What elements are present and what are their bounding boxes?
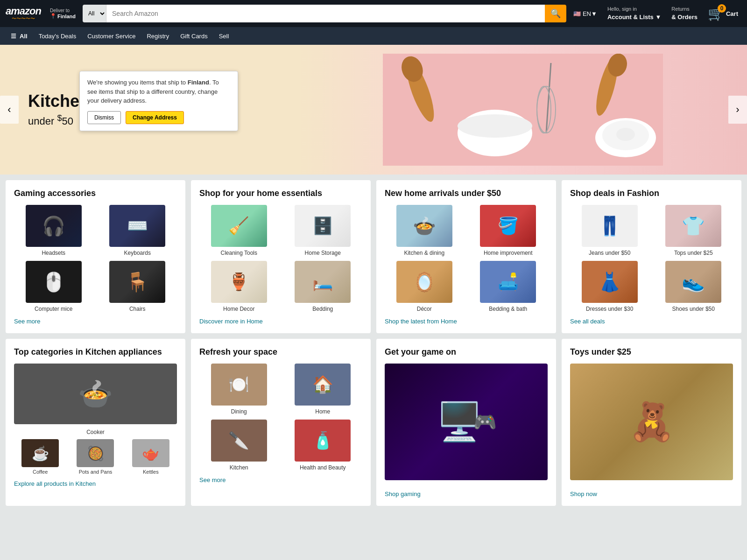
refresh-space-title: Refresh your space [199, 347, 362, 357]
gaming-item-mice[interactable]: 🖱️ Computer mice [14, 261, 93, 312]
fashion-item-tops[interactable]: 👕 Tops under $25 [654, 205, 733, 256]
nav-todays-deals[interactable]: Today's Deals [34, 29, 82, 43]
gaming-card-title: Gaming accessories [14, 189, 177, 198]
toys-image[interactable]: 🧸 [570, 364, 733, 480]
navigation-bar: ☰ All Today's Deals Customer Service Reg… [0, 27, 747, 45]
kitchen-item-coffee[interactable]: ☕ Coffee [14, 439, 66, 475]
toys-title: Toys under $25 [570, 347, 733, 357]
search-category-select[interactable]: All [83, 5, 106, 22]
hero-kitchen-svg [383, 54, 663, 166]
new-home-arrivals-card: New home arrivals under $50 🍲 Kitchen & … [376, 180, 556, 333]
cart-button[interactable]: 🛒 0 Cart [705, 4, 741, 24]
svg-point-12 [616, 128, 635, 141]
nav-sell[interactable]: Sell [214, 29, 234, 43]
gaming-pc-image[interactable]: 🖥️ 🎮 [385, 364, 548, 480]
nav-registry[interactable]: Registry [141, 29, 174, 43]
cart-count-badge: 0 [718, 4, 726, 13]
refresh-item-kitchen[interactable]: 🔪 Kitchen [199, 420, 279, 471]
nav-gift-cards[interactable]: Gift Cards [175, 29, 213, 43]
change-address-button[interactable]: Change Address [126, 111, 184, 124]
svg-point-4 [458, 114, 532, 138]
returns-orders-button[interactable]: Returns & Orders [668, 3, 701, 24]
gaming-see-more-link[interactable]: See more [14, 318, 40, 325]
fashion-item-jeans[interactable]: 👖 Jeans under $50 [570, 205, 649, 256]
new-home-link[interactable]: Shop the latest from Home [385, 318, 457, 325]
home-item-storage[interactable]: 🗄️ Home Storage [283, 205, 363, 256]
refresh-item-home[interactable]: 🏠 Home [283, 364, 363, 415]
kitchen-item-pots[interactable]: 🥘 Pots and Pans [69, 439, 121, 475]
shop-now-toys-link[interactable]: Shop now [570, 490, 597, 497]
amazon-logo[interactable]: amazon 〜〜〜〜〜 [6, 5, 41, 22]
product-grid-row1: Gaming accessories 🎧 Headsets ⌨️ Keyboar… [0, 175, 747, 339]
kitchen-appliances-title: Top categories in Kitchen appliances [14, 347, 177, 357]
new-home-title: New home arrivals under $50 [385, 189, 548, 198]
main-content: We're showing you items that ship to Fin… [0, 45, 747, 511]
toys-card: Toys under $25 🧸 Shop now [562, 339, 741, 506]
gaming-item-keyboards[interactable]: ⌨️ Keyboards [98, 205, 177, 256]
hero-image [299, 45, 747, 175]
home-item-decor[interactable]: 🏺 Home Decor [199, 261, 279, 312]
search-bar: All 🔍 [83, 5, 566, 22]
refresh-item-dining[interactable]: 🍽️ Dining [199, 364, 279, 415]
cooker-image[interactable]: 🍲 [14, 364, 177, 424]
dismiss-button[interactable]: Dismiss [87, 111, 121, 124]
get-game-on-card: Get your game on 🖥️ 🎮 Shop gaming [376, 339, 556, 506]
fashion-item-shoes[interactable]: 👟 Shoes under $50 [654, 261, 733, 312]
fashion-title: Shop deals in Fashion [570, 189, 733, 198]
new-home-item-decor[interactable]: 🪞 Décor [385, 261, 464, 312]
fashion-link[interactable]: See all deals [570, 318, 605, 325]
nav-customer-service[interactable]: Customer Service [82, 29, 141, 43]
home-item-bedding[interactable]: 🛏️ Bedding [283, 261, 363, 312]
kitchen-item-kettles[interactable]: 🫖 Kettles [125, 439, 177, 475]
language-selector[interactable]: 🇺🇸 EN▼ [570, 8, 600, 20]
shop-gaming-link[interactable]: Shop gaming [385, 490, 421, 497]
refresh-see-more-link[interactable]: See more [199, 476, 226, 483]
home-item-cleaning[interactable]: 🧹 Cleaning Tools [199, 205, 279, 256]
search-button[interactable]: 🔍 [545, 5, 566, 22]
hero-next-button[interactable]: › [728, 96, 747, 124]
new-home-item-improvement[interactable]: 🪣 Home improvement [469, 205, 548, 256]
fashion-deals-card: Shop deals in Fashion 👖 Jeans under $50 … [562, 180, 741, 333]
refresh-item-health[interactable]: 🧴 Health and Beauty [283, 420, 363, 471]
home-essentials-title: Shop for your home essentials [199, 189, 362, 198]
home-essentials-card: Shop for your home essentials 🧹 Cleaning… [191, 180, 371, 333]
location-tooltip: We're showing you items that ship to Fin… [79, 71, 238, 131]
search-input[interactable] [106, 5, 545, 22]
kitchen-appliances-card: Top categories in Kitchen appliances 🍲 C… [6, 339, 185, 506]
fashion-item-dresses[interactable]: 👗 Dresses under $30 [570, 261, 649, 312]
account-menu[interactable]: Hello, sign in Account & Lists ▼ [604, 3, 664, 24]
nav-all-button[interactable]: ☰ All [6, 29, 33, 43]
location-icon: 📍 [50, 13, 56, 19]
gaming-item-headsets[interactable]: 🎧 Headsets [14, 205, 93, 256]
new-home-item-kitchen[interactable]: 🍲 Kitchen & dining [385, 205, 464, 256]
gaming-accessories-card: Gaming accessories 🎧 Headsets ⌨️ Keyboar… [6, 180, 185, 333]
new-home-item-bedding-bath[interactable]: 🛋️ Bedding & bath [469, 261, 548, 312]
home-essentials-link[interactable]: Discover more in Home [199, 318, 263, 325]
gaming-card-title2: Get your game on [385, 347, 548, 357]
kitchen-explore-link[interactable]: Explore all products in Kitchen [14, 480, 96, 487]
gaming-item-chairs[interactable]: 🪑 Chairs [98, 261, 177, 312]
product-grid-row2: Top categories in Kitchen appliances 🍲 C… [0, 339, 747, 511]
deliver-to-button[interactable]: Deliver to 📍 Finland [47, 6, 79, 21]
hero-prev-button[interactable]: ‹ [0, 96, 19, 124]
refresh-space-card: Refresh your space 🍽️ Dining 🏠 Home 🔪 Ki… [191, 339, 371, 506]
